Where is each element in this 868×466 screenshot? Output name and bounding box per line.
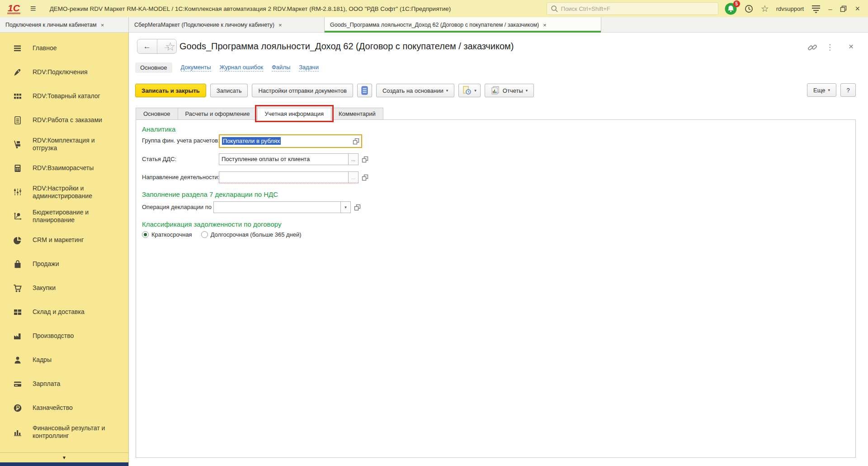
- chevron-down-icon: ▾: [828, 88, 830, 92]
- sidebar-item-rdv-admin[interactable]: RDV:Настройки и администрирование: [0, 180, 128, 204]
- open-record-icon[interactable]: [360, 171, 369, 183]
- activity-field[interactable]: ...: [219, 171, 359, 183]
- rocket-icon: [13, 68, 23, 77]
- create-based-on-button[interactable]: Создать на основании▾: [376, 84, 454, 97]
- sidebar-item-budgeting[interactable]: Бюджетирование и планирование: [0, 204, 128, 228]
- minimize-button[interactable]: –: [828, 5, 832, 12]
- current-user[interactable]: rdvsupport: [776, 5, 804, 12]
- save-and-close-button[interactable]: Записать и закрыть: [135, 84, 206, 97]
- sidebar-item-production[interactable]: Производство: [0, 324, 128, 348]
- tab-panel-accounting-info: Аналитика Группа фин. учета расчетов: По…: [136, 119, 856, 458]
- sidebar-item-rdv-settlements[interactable]: RDV:Взаиморасчеты: [0, 156, 128, 180]
- sidebar-item-treasury[interactable]: Казначейство: [0, 396, 128, 420]
- section-vat: Заполнение раздела 7 декларации по НДС: [142, 190, 278, 198]
- tab-close-icon[interactable]: ×: [101, 22, 104, 29]
- choose-ellipsis-button[interactable]: ...: [348, 154, 358, 165]
- main-menu-icon[interactable]: ≡: [30, 4, 36, 14]
- sidebar-item-warehouse[interactable]: Склад и доставка: [0, 300, 128, 324]
- tab-close-icon[interactable]: ×: [278, 22, 282, 29]
- history-icon[interactable]: [744, 4, 754, 14]
- fin-group-field[interactable]: Покупатели в рублях: [219, 134, 362, 148]
- selected-text: Покупатели в рублях: [222, 137, 281, 145]
- back-button[interactable]: ←: [137, 39, 157, 53]
- sidebar-item-rdv-orders[interactable]: RDV:Работа с заказами: [0, 108, 128, 132]
- tab-accounting-info[interactable]: Учетная информация: [257, 108, 331, 120]
- person-icon: [13, 356, 23, 365]
- section-debt-classification: Классификация задолженности по договору: [142, 220, 281, 228]
- global-search[interactable]: [547, 2, 718, 15]
- scheduled-doc-button[interactable]: ▾: [458, 84, 481, 97]
- tab-close-icon[interactable]: ×: [543, 22, 547, 29]
- chevron-down-icon: ▼: [62, 455, 66, 460]
- debt-radio-group: Краткосрочная Долгосрочная (больше 365 д…: [142, 231, 302, 238]
- vat-operation-field[interactable]: ▾: [213, 201, 351, 213]
- titlebar: 1С ≡ ДЕМО-режим RDV Маркет RM-KA-MODEL /…: [0, 0, 868, 17]
- sidebar-item-rdv-connections[interactable]: RDV:Подключения: [0, 60, 128, 84]
- report-icon: [491, 86, 500, 95]
- related-nav: Основное Документы Журнал ошибок Файлы З…: [135, 62, 319, 74]
- tab-calculations[interactable]: Расчеты и оформление: [178, 108, 257, 120]
- nav-link-documents[interactable]: Документы: [181, 64, 211, 71]
- pie-chart-icon: [13, 236, 23, 245]
- sidebar-item-finresult[interactable]: Финансовый результат и контроллинг: [0, 420, 128, 444]
- nav-link-error-log[interactable]: Журнал ошибок: [220, 64, 263, 71]
- nav-link-files[interactable]: Файлы: [272, 64, 290, 71]
- sidebar-item-rdv-catalog[interactable]: RDV:Товарный каталог: [0, 84, 128, 108]
- search-input[interactable]: [561, 5, 714, 12]
- form-tabs: Основное Расчеты и оформление Учетная ин…: [136, 108, 383, 120]
- sidebar-bottom-strip: [0, 462, 128, 466]
- window-tab-connections[interactable]: Подключения к личным кабинетам ×: [0, 17, 129, 33]
- dropdown-button[interactable]: ▾: [340, 202, 350, 213]
- get-link-icon[interactable]: [807, 43, 817, 52]
- tab-comment[interactable]: Комментарий: [331, 108, 383, 120]
- window-tab-contract[interactable]: Goods_Программа лояльности_Доход 62 (Дог…: [325, 17, 601, 33]
- chevron-down-icon: ▾: [446, 88, 448, 93]
- close-window-button[interactable]: ×: [855, 5, 860, 13]
- sidebar-scroll-down[interactable]: ▼: [0, 452, 128, 462]
- radio-unselected-icon[interactable]: [201, 231, 208, 238]
- sidebar-item-payroll[interactable]: Зарплата: [0, 372, 128, 396]
- nav-link-main[interactable]: Основное: [135, 62, 172, 73]
- open-record-icon[interactable]: [353, 201, 362, 213]
- tab-main[interactable]: Основное: [136, 108, 178, 120]
- more-button[interactable]: Еще▾: [807, 83, 836, 97]
- sidebar-item-rdv-shipping[interactable]: RDV:Комплектация и отгрузка: [0, 132, 128, 156]
- shopping-bag-icon: [13, 260, 23, 269]
- help-button[interactable]: ?: [840, 83, 856, 97]
- sidebar-item-sales[interactable]: Продажи: [0, 252, 128, 276]
- sidebar-item-hr[interactable]: Кадры: [0, 348, 128, 372]
- dds-field[interactable]: Поступление оплаты от клиента ...: [219, 153, 359, 165]
- user-menu-icon[interactable]: [811, 4, 821, 13]
- send-settings-button[interactable]: Настройки отправки документов: [252, 84, 353, 97]
- choose-ellipsis-button[interactable]: ...: [348, 172, 358, 183]
- radio-selected-icon[interactable]: [142, 231, 149, 238]
- document-clock-icon: [462, 86, 472, 95]
- radio-short-term[interactable]: Краткосрочная: [142, 231, 192, 238]
- save-button[interactable]: Записать: [210, 84, 248, 97]
- maximize-button[interactable]: [840, 5, 847, 12]
- favorites-star-icon[interactable]: ☆: [761, 3, 769, 14]
- notifications-bell-icon[interactable]: 5: [725, 3, 737, 15]
- grid-icon: [13, 92, 23, 101]
- chevron-down-icon: ▾: [526, 88, 528, 93]
- subordination-structure-button[interactable]: [357, 84, 372, 97]
- ruble-circle-icon: [13, 404, 23, 413]
- kebab-menu-icon[interactable]: ⋮: [826, 43, 834, 52]
- sidebar-item-crm[interactable]: CRM и маркетинг: [0, 228, 128, 252]
- sidebar-item-purchases[interactable]: Закупки: [0, 276, 128, 300]
- app-window: 1С ≡ ДЕМО-режим RDV Маркет RM-KA-MODEL /…: [0, 0, 868, 466]
- chevron-down-icon: ▾: [474, 88, 476, 93]
- radio-long-term[interactable]: Долгосрочная (больше 365 дней): [201, 231, 302, 238]
- open-record-icon[interactable]: [360, 153, 369, 165]
- window-tabbar: Подключения к личным кабинетам × СберМег…: [0, 17, 868, 33]
- sidebar-item-main[interactable]: Главное: [0, 36, 128, 60]
- nav-link-tasks[interactable]: Задачи: [299, 64, 319, 71]
- window-tab-sbermegamarket[interactable]: СберМегаМаркет (Подключение к личному ка…: [129, 17, 325, 33]
- search-icon: [551, 5, 558, 13]
- document-form: ← → ☆ Goods_Программа лояльности_Доход 6…: [129, 33, 868, 466]
- close-form-icon[interactable]: ×: [849, 42, 854, 52]
- open-record-icon[interactable]: [350, 135, 361, 147]
- reports-button[interactable]: Отчеты ▾: [485, 84, 534, 97]
- favorite-star-icon[interactable]: ☆: [165, 40, 175, 54]
- notification-badge: 5: [733, 0, 740, 7]
